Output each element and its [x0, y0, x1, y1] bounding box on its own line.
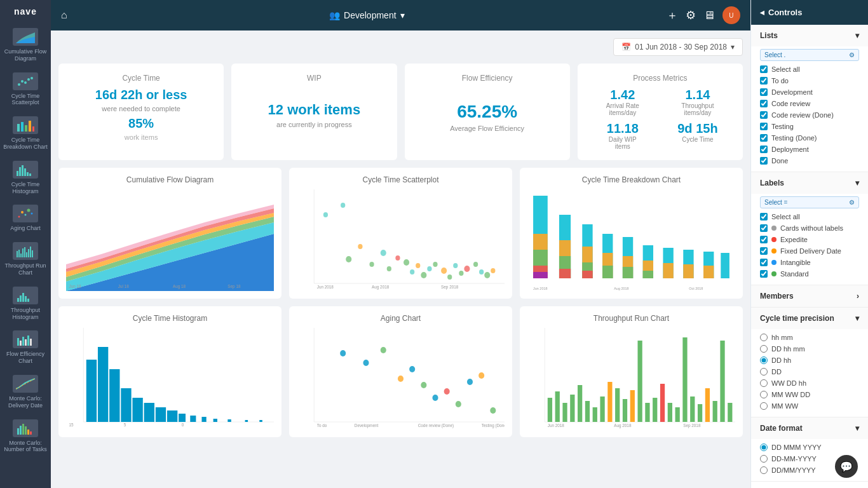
svg-rect-154 [570, 395, 574, 422]
precision-mm-ww-dd-radio[interactable] [760, 391, 768, 398]
format-dd-mmm-yyyy[interactable]: DD MMM YYYY [760, 442, 859, 453]
sidebar-item-throughput-hist[interactable]: Throughput Histogram [0, 281, 51, 326]
date-format-header[interactable]: Date format ▾ [751, 417, 868, 439]
sidebar-item-monte-carlo-tasks[interactable]: Monte Carlo: Number of Tasks [0, 414, 51, 459]
precision-ww-dd-hh[interactable]: WW DD hh [760, 377, 859, 389]
chat-bubble[interactable]: 💬 [835, 455, 858, 478]
lists-testing-done[interactable]: Testing (Done) [760, 132, 859, 144]
labels-intangible[interactable]: Intangible [760, 257, 859, 268]
svg-rect-163 [637, 341, 642, 422]
sidebar-item-flow-efficiency[interactable]: Flow Efficiency Chart [0, 325, 51, 370]
cycle-time-percent: 85% [69, 116, 214, 131]
labels-intangible-checkbox[interactable] [760, 259, 768, 266]
lists-testing-checkbox[interactable] [760, 123, 768, 130]
lists-section-header[interactable]: Lists ▾ [751, 25, 868, 46]
precision-mm-ww-dd[interactable]: MM WW DD [760, 389, 859, 400]
members-section[interactable]: Members › [751, 285, 868, 308]
svg-point-4 [31, 77, 33, 79]
lists-development[interactable]: Development [760, 86, 859, 98]
svg-rect-165 [653, 398, 657, 422]
sidebar-item-monte-carlo-delivery[interactable]: Monte Carlo: Delivery Date [0, 370, 51, 414]
precision-ww-dd-hh-radio[interactable] [760, 379, 768, 387]
precision-dd-hh-mm[interactable]: DD hh mm [760, 343, 859, 355]
sidebar-item-throughput-run[interactable]: Throughput Run Chart [0, 237, 51, 281]
svg-text:5: 5 [124, 423, 126, 427]
svg-text:Aug 2018: Aug 2018 [614, 287, 628, 290]
lists-select-all-checkbox[interactable] [760, 65, 768, 73]
daily-wip-label: Daily WIP [588, 136, 658, 143]
labels-standard-label: Standard [780, 270, 809, 278]
lists-select-all[interactable]: Select all [760, 64, 859, 75]
precision-hh-mm-radio[interactable] [760, 334, 768, 341]
lists-development-checkbox[interactable] [760, 88, 768, 96]
arrival-rate-value: 1.42 [588, 88, 658, 102]
svg-rect-102 [663, 263, 673, 278]
labels-standard[interactable]: Standard [760, 268, 859, 280]
labels-expedite[interactable]: Expedite [760, 234, 859, 245]
lists-done[interactable]: Done [760, 155, 859, 166]
labels-select-filter[interactable]: Select = ⚙ [760, 196, 859, 208]
svg-rect-12 [22, 165, 24, 176]
precision-mm-ww[interactable]: MM WW [760, 400, 859, 412]
svg-text:Code review (Done): Code review (Done) [418, 423, 454, 428]
throughput-run-chart-card: Throughput Run Chart [520, 306, 743, 437]
svg-rect-15 [29, 173, 31, 176]
topbar-team-selector[interactable]: 👥 Development ▾ [329, 10, 405, 20]
labels-expedite-checkbox[interactable] [760, 236, 768, 243]
svg-point-19 [27, 209, 31, 212]
precision-dd-hh-mm-radio[interactable] [760, 345, 768, 353]
lists-done-checkbox[interactable] [760, 157, 768, 165]
user-avatar[interactable]: U [722, 6, 740, 24]
date-range-button[interactable]: 📅 01 Jun 2018 - 30 Sep 2018 ▾ [613, 38, 743, 56]
lists-testing[interactable]: Testing [760, 121, 859, 132]
svg-rect-159 [607, 382, 612, 422]
lists-deployment-checkbox[interactable] [760, 146, 768, 153]
labels-no-label[interactable]: Cards without labels [760, 222, 859, 234]
lists-testing-done-checkbox[interactable] [760, 134, 768, 142]
labels-expedite-label: Expedite [780, 236, 808, 243]
precision-dd-radio[interactable] [760, 368, 768, 376]
sidebar-item-breakdown[interactable]: Cycle Time Breakdown Chart [0, 111, 51, 156]
format-dd-mm-yyyy-slash-radio[interactable] [760, 466, 768, 474]
home-icon[interactable]: ⌂ [61, 10, 67, 21]
labels-standard-checkbox[interactable] [760, 270, 768, 278]
precision-mm-ww-radio[interactable] [760, 402, 768, 410]
process-metrics-card: Process Metrics 1.42 Arrival Rate items/… [578, 64, 743, 160]
wip-card: WIP 12 work items are currently in progr… [231, 64, 397, 160]
sidebar-item-histogram[interactable]: Cycle Time Histogram [0, 156, 51, 200]
svg-point-67 [441, 268, 447, 274]
notifications-icon[interactable]: 🖥 [703, 9, 715, 22]
svg-rect-167 [668, 403, 672, 422]
svg-point-137 [409, 366, 415, 372]
lists-code-review[interactable]: Code review [760, 98, 859, 109]
add-icon[interactable]: ＋ [667, 8, 678, 23]
settings-icon[interactable]: ⚙ [686, 8, 696, 22]
precision-dd-hh[interactable]: DD hh [760, 355, 859, 366]
wip-value: 12 work items [241, 102, 386, 118]
cycle-time-precision-label: Cycle time precision [760, 314, 834, 323]
sidebar-item-scatter[interactable]: Cycle Time Scatterplot [0, 67, 51, 112]
sidebar-item-aging[interactable]: Aging Chart [0, 200, 51, 237]
precision-hh-mm[interactable]: hh mm [760, 332, 859, 343]
lists-deployment[interactable]: Deployment [760, 144, 859, 155]
labels-fixed-delivery[interactable]: Fixed Delivery Date [760, 245, 859, 257]
precision-dd-hh-radio[interactable] [760, 356, 768, 364]
lists-select-filter[interactable]: Select . ⚙ [760, 49, 859, 61]
labels-select-all-checkbox[interactable] [760, 213, 768, 220]
lists-to-do[interactable]: To do [760, 75, 859, 86]
precision-dd[interactable]: DD [760, 366, 859, 377]
labels-select-all[interactable]: Select all [760, 211, 859, 222]
lists-code-review-done-checkbox[interactable] [760, 111, 768, 119]
lists-to-do-checkbox[interactable] [760, 77, 768, 85]
lists-code-review-checkbox[interactable] [760, 100, 768, 107]
cycle-time-precision-header[interactable]: Cycle time precision ▾ [751, 308, 868, 329]
lists-code-review-done[interactable]: Code review (Done) [760, 109, 859, 121]
labels-fixed-delivery-checkbox[interactable] [760, 247, 768, 255]
sidebar-label-aging: Aging Chart [10, 225, 41, 232]
format-dd-mmm-yyyy-radio[interactable] [760, 444, 768, 451]
svg-rect-32 [22, 293, 24, 302]
sidebar-item-cfd[interactable]: Cumulative Flow Diagram [0, 23, 51, 67]
labels-section-header[interactable]: Labels ▾ [751, 172, 868, 194]
format-dd-mm-yyyy-dash-radio[interactable] [760, 455, 768, 463]
labels-no-label-checkbox[interactable] [760, 224, 768, 232]
